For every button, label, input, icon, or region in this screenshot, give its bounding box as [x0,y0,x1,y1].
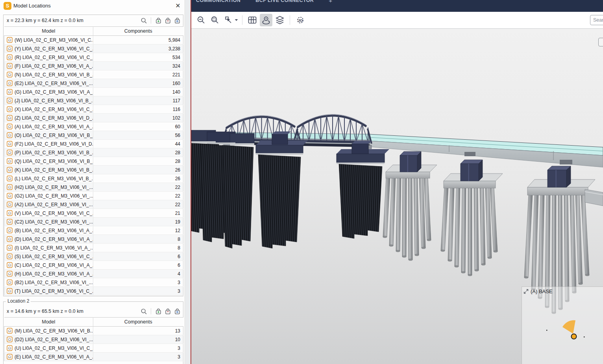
table-row[interactable]: (B) LI0A_02_C_ER_M3_VI06_VI_A_...12 [4,226,183,235]
model-name-cell[interactable]: (R) LI0A_02_C_ER_M3_VI06_VI_C_... [4,53,93,62]
table-row[interactable]: (E) LI0A_02_C_ER_M3_VI06_VI_A_...3 [4,353,183,361]
model-name-cell[interactable]: (S) LI0A_02_C_ER_M3_VI06_VI_C_... [4,252,93,261]
pile-group[interactable] [383,152,437,261]
model-name-cell[interactable]: (O) LI0A_02_C_ER_M3_VI06_VI_B_... [4,131,93,140]
table-row[interactable]: (T) LI0A_02_C_ER_M3_VI06_VI_C_...3 [4,287,183,296]
zoom-out-button[interactable] [195,14,207,26]
table-row[interactable]: (B2) LI0A_02_C_ER_M3_VI06_VI_...3 [4,278,183,287]
model-name-cell[interactable]: (H2) LI0A_02_C_ER_M3_VI06_VI_... [4,183,93,192]
select-tool-button[interactable] [222,14,235,26]
model-name-cell[interactable]: (Y) LI0A_02_C_ER_M3_VI06_VI_C_... [4,44,93,53]
table-row[interactable]: (K) LI0A_02_C_ER_M3_VI06_VI_B_...26 [4,166,183,174]
3d-settings-button[interactable]: 3D [294,14,306,26]
table-row[interactable]: (Q) LI0A_02_C_ER_M3_VI06_VI_B_...28 [4,157,183,166]
bag-add-icon[interactable] [155,308,162,315]
search-icon[interactable] [140,17,147,24]
bag-add-icon[interactable] [155,17,162,24]
model-name-cell[interactable]: (C) LI0A_02_C_ER_M3_VI06_VI_A_... [4,261,93,270]
model-name-cell[interactable]: (A) LI0A_02_C_ER_M3_VI06_VI_A_... [4,122,93,131]
model-name-cell[interactable]: (K) LI0A_02_C_ER_M3_VI06_VI_B_... [4,166,93,174]
layers-button[interactable] [274,14,286,26]
search-icon[interactable] [140,308,147,315]
zoom-to-selection-button[interactable] [209,14,221,26]
bridge-grid-button[interactable] [246,14,259,26]
model-name-cell[interactable]: (W) LI0A_02_C_ER_M3_VI06_VI_C... [4,36,93,44]
table-row[interactable]: (R) LI0A_02_C_ER_M3_VI06_VI_C_...534 [4,53,183,62]
model-name-cell[interactable]: (E) LI0A_02_C_ER_M3_VI06_VI_A_... [4,353,93,361]
close-icon[interactable]: ✕ [174,2,182,10]
tab-bcf-live-connector[interactable]: BCF LIVE CONNECTOR [255,0,314,4]
model-name-cell[interactable]: (H) LI0A_02_C_ER_M3_VI06_VI_A_... [4,270,93,278]
select-tool-dropdown-icon[interactable] [235,14,239,26]
add-tab-button[interactable]: + [329,0,332,4]
table-row[interactable]: (G) LI0A_02_C_ER_M3_VI06_VI_A_...140 [4,88,183,96]
model-locations-pin-button[interactable] [260,14,272,26]
panel-splitter[interactable] [185,0,191,364]
table-row[interactable]: (D2) LI0A_02_C_ER_M3_VI06_VI_...10 [4,335,183,344]
model-name-cell[interactable]: (T) LI0A_02_C_ER_M3_VI06_VI_C_... [4,287,93,296]
minimap-overlay[interactable]: (A) BASE [522,286,603,364]
model-name-cell[interactable]: (Z) LI0A_02_C_ER_M3_VI06_VI_D_... [4,114,93,122]
model-name-cell[interactable]: (J) LI0A_02_C_ER_M3_VI06_VI_B_... [4,96,93,105]
table-row[interactable]: (J) LI0A_02_C_ER_M3_VI06_VI_B_...117 [4,96,183,105]
table-row[interactable]: (H2) LI0A_02_C_ER_M3_VI06_VI_...22 [4,183,183,192]
bag-list-icon[interactable] [174,17,181,24]
table-row[interactable]: (V) LI0A_02_C_ER_M3_VI06_VI_C_...21 [4,209,183,218]
table-row[interactable]: (W) LI0A_02_C_ER_M3_VI06_VI_C...5,984 [4,36,183,44]
model-name-cell[interactable]: (E2) LI0A_02_C_ER_M3_VI06_VI_... [4,79,93,88]
tab-communication[interactable]: COMMUNICATION [196,0,240,4]
model-name-cell[interactable]: (M) LI0A_02_C_ER_M3_VI06_VI_B... [4,327,93,335]
table-row[interactable]: (X) LI0A_02_C_ER_M3_VI06_VI_C_...116 [4,105,183,114]
table-row[interactable]: (L) LI0A_02_C_ER_M3_VI06_VI_B_...26 [4,174,183,183]
3d-viewport[interactable]: (A) BASE [191,29,603,364]
model-name-cell[interactable]: (D2) LI0A_02_C_ER_M3_VI06_VI_... [4,335,93,344]
table-row[interactable]: (Y) LI0A_02_C_ER_M3_VI06_VI_C_...3,238 [4,44,183,53]
model-name-cell[interactable]: (F2) LI0A_02_C_ER_M3_VI06_VI_D... [4,140,93,148]
model-name-cell[interactable]: (B) LI0A_02_C_ER_M3_VI06_VI_A_... [4,226,93,235]
search-input[interactable] [590,15,603,25]
model-name-cell[interactable]: (C2) LI0A_02_C_ER_M3_VI06_VI_... [4,218,93,226]
table-row[interactable]: (A) LI0A_02_C_ER_M3_VI06_VI_A_...60 [4,122,183,131]
model-name-cell[interactable]: (D) LI0A_02_C_ER_M3_VI06_VI_A_... [4,235,93,244]
clipped-corner-icon[interactable] [598,38,603,46]
table-row[interactable]: (E2) LI0A_02_C_ER_M3_VI06_VI_...160 [4,79,183,88]
bag-remove-icon[interactable] [164,17,171,24]
model-name-cell[interactable]: (G) LI0A_02_C_ER_M3_VI06_VI_A_... [4,88,93,96]
table-row[interactable]: (U) LI0A_02_C_ER_M3_VI06_VI_C_...3 [4,344,183,353]
table-row[interactable]: (N) LI0A_02_C_ER_M3_VI06_VI_B_...221 [4,70,183,79]
model-name-cell[interactable]: (B2) LI0A_02_C_ER_M3_VI06_VI_... [4,278,93,287]
model-name-cell[interactable]: (G2) LI0A_02_C_ER_M3_VI06_VI_... [4,192,93,200]
column-header-model[interactable]: Model [4,318,93,327]
column-header-components[interactable]: Components [93,318,183,327]
model-name-cell[interactable]: (L) LI0A_02_C_ER_M3_VI06_VI_B_... [4,174,93,183]
table-row[interactable]: (D) LI0A_02_C_ER_M3_VI06_VI_A_...8 [4,235,183,244]
table-row[interactable]: (P) LI0A_02_C_ER_M3_VI06_VI_B_...28 [4,148,183,157]
table-row[interactable]: (C2) LI0A_02_C_ER_M3_VI06_VI_...19 [4,218,183,226]
table-row[interactable]: (H) LI0A_02_C_ER_M3_VI06_VI_A_...4 [4,270,183,278]
column-header-model[interactable]: Model [4,27,93,36]
model-name-cell[interactable]: (F) LI0A_02_C_ER_M3_VI06_VI_A_... [4,62,93,70]
model-name-cell[interactable]: (N) LI0A_02_C_ER_M3_VI06_VI_B_... [4,70,93,79]
pile-group[interactable] [441,160,503,276]
model-name-cell[interactable]: (U) LI0A_02_C_ER_M3_VI06_VI_C_... [4,344,93,353]
table-row[interactable]: (I) LI0A_02_C_ER_M3_VI06_VI_A_...8 [4,244,183,252]
table-row[interactable]: (A2) LI0A_02_C_ER_M3_VI06_VI_...22 [4,200,183,209]
table-row[interactable]: (C) LI0A_02_C_ER_M3_VI06_VI_A_...6 [4,261,183,270]
model-name-cell[interactable]: (Q) LI0A_02_C_ER_M3_VI06_VI_B_... [4,157,93,166]
model-name-cell[interactable]: (X) LI0A_02_C_ER_M3_VI06_VI_C_... [4,105,93,114]
table-row[interactable]: (G2) LI0A_02_C_ER_M3_VI06_VI_...22 [4,192,183,200]
cofferdam-piers[interactable] [191,130,389,248]
model-name-cell[interactable]: (V) LI0A_02_C_ER_M3_VI06_VI_C_... [4,209,93,218]
table-row[interactable]: (F2) LI0A_02_C_ER_M3_VI06_VI_D...44 [4,140,183,148]
table-row[interactable]: (M) LI0A_02_C_ER_M3_VI06_VI_B...13 [4,327,183,335]
model-name-cell[interactable]: (A2) LI0A_02_C_ER_M3_VI06_VI_... [4,200,93,209]
table-row[interactable]: (S) LI0A_02_C_ER_M3_VI06_VI_C_...6 [4,252,183,261]
model-name-cell[interactable]: (P) LI0A_02_C_ER_M3_VI06_VI_B_... [4,148,93,157]
bag-list-icon[interactable] [174,308,181,315]
table-row[interactable]: (Z) LI0A_02_C_ER_M3_VI06_VI_D_...102 [4,114,183,122]
column-header-components[interactable]: Components [93,27,183,36]
bag-remove-icon[interactable] [164,308,171,315]
table-row[interactable]: (F) LI0A_02_C_ER_M3_VI06_VI_A_...324 [4,62,183,70]
table-row[interactable]: (O) LI0A_02_C_ER_M3_VI06_VI_B_...56 [4,131,183,140]
model-name-cell[interactable]: (I) LI0A_02_C_ER_M3_VI06_VI_A_... [4,244,93,252]
